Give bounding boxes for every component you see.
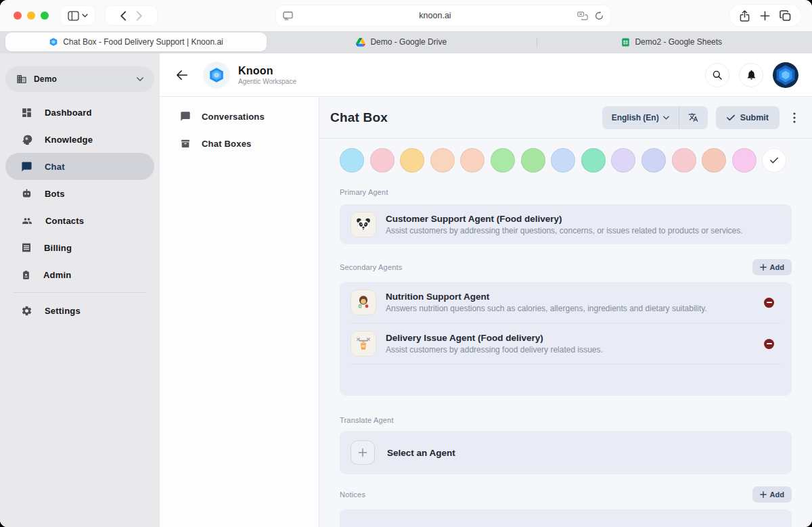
chat-bubble-icon [21, 161, 32, 173]
subnav-item-chat-boxes[interactable]: Chat Boxes [160, 131, 319, 156]
more-options-button[interactable] [788, 112, 801, 123]
add-notice-button[interactable]: Add [752, 486, 792, 503]
tab-label: Demo2 - Google Sheets [635, 37, 722, 47]
id-badge-icon [21, 269, 31, 281]
tab-label: Demo - Google Drive [370, 37, 447, 47]
search-button[interactable] [705, 63, 729, 87]
add-secondary-agent-button[interactable]: Add [752, 259, 792, 275]
remove-agent-button[interactable] [764, 298, 774, 308]
sidebar-icon [68, 11, 79, 21]
color-swatch[interactable] [521, 148, 545, 173]
chevron-down-icon [663, 116, 669, 120]
color-swatch[interactable] [400, 148, 424, 173]
knoon-logo-icon [203, 62, 230, 89]
color-swatch[interactable] [370, 148, 394, 173]
receipt-icon [21, 242, 32, 253]
tab-google-sheets[interactable]: Demo2 - Google Sheets [537, 32, 807, 51]
row-divider [351, 364, 781, 365]
sidebar-item-settings[interactable]: Settings [5, 297, 154, 324]
sidebar-item-admin[interactable]: Admin [5, 261, 154, 288]
color-swatch[interactable] [611, 148, 635, 173]
bell-icon [746, 69, 757, 81]
knoon-app: Demo Dashboard Knowledge Chat [0, 53, 812, 527]
page-settings-icon[interactable] [283, 12, 293, 20]
color-swatch[interactable] [340, 148, 364, 173]
color-swatch[interactable] [491, 148, 515, 173]
toolbar-right-buttons [729, 5, 801, 26]
translate-page-icon[interactable] [577, 12, 588, 20]
browser-toolbar: knoon.ai [0, 0, 812, 31]
user-avatar[interactable] [773, 62, 798, 88]
tab-overview-icon[interactable] [780, 10, 791, 21]
tab-strip: Chat Box - Food Delivery Support | Knoon… [0, 31, 812, 53]
zoom-window-button[interactable] [41, 12, 49, 20]
chat-box-main: Chat Box English (En) [319, 97, 812, 527]
forward-icon[interactable] [136, 11, 143, 21]
panda-emoji-icon [351, 212, 376, 237]
sidebar-item-knowledge[interactable]: Knowledge [5, 126, 154, 153]
share-icon[interactable] [740, 10, 750, 22]
plus-icon [760, 264, 767, 271]
notifications-button[interactable] [739, 63, 763, 87]
color-swatch-selected[interactable] [762, 148, 786, 173]
translate-agent-label: Translate Agent [340, 416, 792, 424]
traffic-lights [14, 12, 49, 20]
subnav-item-conversations[interactable]: Conversations [160, 104, 319, 129]
primary-agent-card[interactable]: Customer Support Agent (Food delivery) A… [340, 204, 792, 244]
close-window-button[interactable] [14, 12, 22, 20]
knoon-favicon-icon [49, 37, 58, 47]
agent-description: Assist customers by addressing their que… [386, 226, 743, 235]
submit-button[interactable]: Submit [716, 106, 780, 129]
address-bar[interactable]: knoon.ai [276, 5, 610, 26]
language-select[interactable]: English (En) [602, 113, 679, 122]
secondary-agent-row[interactable]: Delivery Issue Agent (Food delivery) Ass… [340, 323, 792, 364]
color-swatch[interactable] [581, 148, 606, 173]
google-drive-icon [356, 38, 365, 47]
color-swatch[interactable] [460, 148, 484, 173]
workspace-selector[interactable]: Demo [5, 66, 154, 92]
translate-button[interactable] [679, 106, 708, 129]
sidebar-item-bots[interactable]: Bots [5, 180, 154, 207]
check-icon [770, 157, 778, 164]
notices-card [340, 509, 792, 527]
translate-agent-card: Select an Agent [340, 431, 792, 474]
color-swatch[interactable] [551, 148, 575, 173]
nutritionist-emoji-icon [351, 290, 376, 315]
color-swatch[interactable] [430, 148, 455, 173]
minimize-window-button[interactable] [27, 12, 35, 20]
primary-agent-label: Primary Agent [340, 188, 792, 196]
tab-knoon[interactable]: Chat Box - Food Delivery Support | Knoon… [5, 32, 267, 51]
url-text: knoon.ai [293, 11, 577, 20]
agent-name: Delivery Issue Agent (Food delivery) [386, 333, 603, 343]
chat-subnav: Conversations Chat Boxes [160, 97, 319, 527]
tab-label: Chat Box - Food Delivery Support | Knoon… [63, 37, 223, 47]
check-icon [727, 114, 735, 121]
secondary-agent-row[interactable]: Nutrition Support Agent Answers nutritio… [340, 282, 792, 323]
brand-tagline: Agentic Workspace [238, 78, 296, 85]
color-swatch[interactable] [672, 148, 696, 173]
sidebar-item-chat[interactable]: Chat [5, 153, 154, 180]
back-icon[interactable] [120, 11, 127, 21]
sidebar-item-dashboard[interactable]: Dashboard [5, 99, 154, 126]
remove-agent-button[interactable] [764, 339, 774, 349]
browser-window: knoon.ai Chat Box - Food D [0, 0, 812, 527]
reload-icon[interactable] [595, 11, 604, 20]
color-swatch[interactable] [641, 148, 666, 173]
color-swatch[interactable] [732, 148, 757, 173]
organization-icon [16, 74, 27, 85]
sidebar-divider [14, 292, 146, 293]
sidebar-item-contacts[interactable]: Contacts [5, 207, 154, 234]
page-title: Chat Box [330, 110, 388, 125]
sidebar-item-billing[interactable]: Billing [5, 234, 154, 261]
brand: Knoon Agentic Workspace [203, 62, 296, 89]
sidebar-toggle-button[interactable] [61, 6, 95, 25]
header-actions [705, 62, 798, 88]
add-translate-agent-button[interactable] [351, 440, 375, 465]
select-agent-text[interactable]: Select an Agent [387, 448, 455, 458]
new-tab-icon[interactable] [760, 11, 770, 21]
color-swatch[interactable] [702, 148, 726, 173]
back-arrow-icon[interactable] [176, 70, 188, 81]
chat-boxes-icon [180, 138, 191, 149]
app-header: Knoon Agentic Workspace [160, 53, 812, 97]
tab-google-drive[interactable]: Demo - Google Drive [267, 32, 537, 51]
